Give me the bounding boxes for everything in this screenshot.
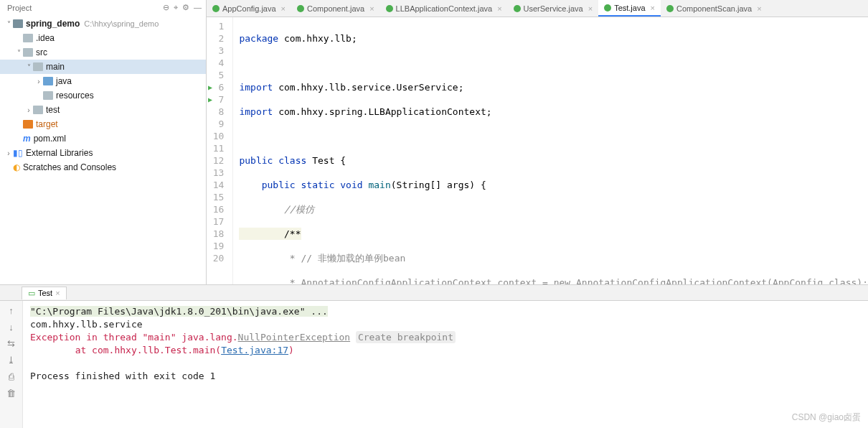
run-gutter-icon: 6 bbox=[207, 81, 228, 93]
tab-userservice[interactable]: UserService.java× bbox=[508, 0, 599, 17]
project-tree: ˅ spring_demo C:\hhxy\spring_demo .idea … bbox=[0, 15, 206, 176]
console-line: com.hhxy.llb.service bbox=[30, 319, 143, 330]
resources-folder-icon bbox=[43, 91, 53, 100]
folder-icon bbox=[23, 34, 33, 42]
java-class-icon bbox=[297, 5, 304, 12]
sidebar-title: Project bbox=[7, 4, 32, 12]
folder-icon bbox=[33, 106, 43, 114]
close-icon[interactable]: × bbox=[651, 4, 655, 12]
java-class-icon bbox=[514, 5, 521, 12]
tree-node-project[interactable]: ˅ spring_demo C:\hhxy\spring_demo bbox=[0, 17, 206, 31]
close-icon[interactable]: × bbox=[281, 4, 286, 13]
scratches-icon: ◐ bbox=[13, 162, 20, 172]
down-stack-icon[interactable]: ↓ bbox=[9, 322, 14, 332]
soft-wrap-icon[interactable]: ⇆ bbox=[7, 338, 15, 349]
console-command: "C:\Program Files\Java\jdk1.8.0_201\bin\… bbox=[30, 306, 328, 317]
console-output[interactable]: "C:\Program Files\Java\jdk1.8.0_201\bin\… bbox=[23, 301, 868, 428]
console-tab-test[interactable]: ▭ Test × bbox=[22, 287, 67, 299]
run-console: ▭ Test × ↑ ↓ ⇆ ⤓ ⎙ 🗑 "C:\Program Files\J… bbox=[0, 284, 868, 428]
tree-node-resources[interactable]: resources bbox=[0, 88, 206, 103]
sidebar-header: Project ⊖ ⌖ ⚙ — bbox=[0, 0, 206, 15]
tree-node-java[interactable]: ›java bbox=[0, 74, 206, 88]
chevron-right-icon[interactable]: › bbox=[4, 149, 13, 157]
chevron-down-icon[interactable]: ˅ bbox=[14, 49, 23, 57]
tree-node-ext-libs[interactable]: ›▮▯External Libraries bbox=[0, 146, 206, 160]
scroll-end-icon[interactable]: ⤓ bbox=[7, 355, 15, 366]
maven-icon: m bbox=[23, 134, 31, 144]
hide-icon[interactable]: — bbox=[194, 3, 202, 12]
exception-class-link[interactable]: NullPointerException bbox=[238, 332, 351, 343]
target-folder-icon bbox=[23, 120, 33, 129]
select-opened-icon[interactable]: ⌖ bbox=[174, 3, 178, 12]
run-gutter-icon: 7 bbox=[207, 93, 228, 106]
tab-llbappctx[interactable]: LLBApplicationContext.java× bbox=[380, 0, 508, 17]
tree-node-src[interactable]: ˅src bbox=[0, 45, 206, 60]
chevron-down-icon[interactable]: ˅ bbox=[4, 20, 13, 28]
chevron-right-icon[interactable]: › bbox=[34, 78, 43, 85]
editor-tabs: AppConfig.java× Component.java× LLBAppli… bbox=[207, 0, 868, 17]
collapse-icon[interactable]: ⊖ bbox=[163, 3, 169, 12]
create-breakpoint-link[interactable]: Create breakpoint bbox=[356, 331, 456, 343]
tree-node-scratches[interactable]: ◐Scratches and Consoles bbox=[0, 160, 206, 175]
folder-icon bbox=[33, 62, 43, 71]
line-gutter: 12345 6 7 891011121314151617181920 bbox=[207, 17, 233, 284]
close-icon[interactable]: × bbox=[497, 4, 501, 13]
tab-component[interactable]: Component.java× bbox=[291, 0, 380, 17]
tree-node-pom[interactable]: mpom.xml bbox=[0, 131, 206, 146]
chevron-down-icon[interactable]: ˅ bbox=[24, 63, 33, 71]
chevron-right-icon[interactable]: › bbox=[24, 106, 33, 114]
tree-node-main[interactable]: ˅main bbox=[0, 60, 206, 74]
library-icon: ▮▯ bbox=[13, 148, 23, 158]
code-editor[interactable]: 12345 6 7 891011121314151617181920 packa… bbox=[207, 17, 868, 284]
run-icon: ▭ bbox=[28, 289, 35, 298]
trash-icon[interactable]: 🗑 bbox=[6, 388, 16, 399]
tab-appconfig[interactable]: AppConfig.java× bbox=[207, 0, 291, 17]
java-class-icon bbox=[604, 4, 611, 11]
up-stack-icon[interactable]: ↑ bbox=[9, 305, 14, 316]
stacktrace-link[interactable]: Test.java:17 bbox=[221, 345, 288, 355]
project-sidebar: Project ⊖ ⌖ ⚙ — ˅ spring_demo C:\hhxy\sp… bbox=[0, 0, 207, 284]
source-folder-icon bbox=[43, 77, 53, 85]
console-exit: Process finished with exit code 1 bbox=[30, 371, 215, 381]
tree-node-target[interactable]: target bbox=[0, 117, 206, 131]
java-class-icon bbox=[666, 5, 674, 12]
console-exception: Exception in thread "main" java.lang. bbox=[30, 332, 238, 343]
code-content[interactable]: package package com.hhxy.llb;com.hhxy.ll… bbox=[233, 17, 868, 284]
project-icon bbox=[13, 19, 23, 28]
tree-node-test[interactable]: ›test bbox=[0, 103, 206, 117]
gear-icon[interactable]: ⚙ bbox=[182, 3, 189, 12]
tab-componentscan[interactable]: ComponentScan.java× bbox=[661, 0, 768, 17]
close-icon[interactable]: × bbox=[588, 4, 593, 13]
tree-node-idea[interactable]: .idea bbox=[0, 31, 206, 45]
tab-test[interactable]: Test.java× bbox=[598, 0, 661, 17]
console-tabbar: ▭ Test × bbox=[0, 285, 868, 301]
close-icon[interactable]: × bbox=[55, 289, 60, 297]
console-toolbar: ↑ ↓ ⇆ ⤓ ⎙ 🗑 bbox=[0, 301, 23, 428]
close-icon[interactable]: × bbox=[757, 4, 761, 13]
print-icon[interactable]: ⎙ bbox=[9, 371, 14, 382]
close-icon[interactable]: × bbox=[369, 4, 374, 13]
java-class-icon bbox=[386, 5, 393, 12]
java-class-icon bbox=[212, 5, 220, 12]
folder-icon bbox=[23, 48, 33, 57]
editor-area: AppConfig.java× Component.java× LLBAppli… bbox=[207, 0, 868, 284]
